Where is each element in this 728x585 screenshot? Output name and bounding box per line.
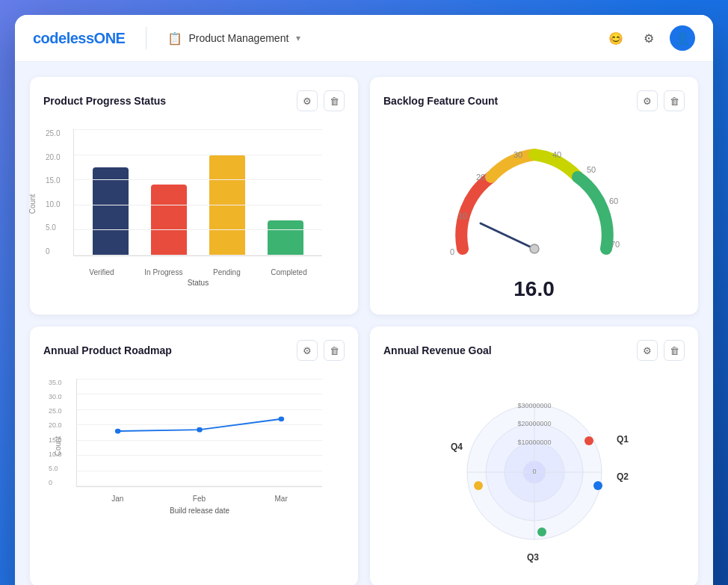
- svg-text:$10000000: $10000000: [517, 439, 551, 446]
- revenue-gear-button[interactable]: ⚙: [637, 340, 658, 361]
- header-actions: 😊 ⚙ 👤: [604, 25, 695, 51]
- gauge-svg: 0 10 20 30 40 50 60 70: [430, 122, 639, 271]
- line-chart-inner: 35.0 30.0 25.0 20.0 15.0 10.0 5.0 0: [76, 379, 322, 487]
- backlog-actions: ⚙ 🗑: [637, 90, 685, 111]
- logo-accent: ONE: [94, 30, 126, 46]
- backlog-header: Backlog Feature Count ⚙ 🗑: [383, 90, 685, 111]
- svg-text:50: 50: [586, 165, 595, 174]
- avatar-icon: 👤: [675, 31, 690, 46]
- svg-text:$20000000: $20000000: [517, 420, 551, 427]
- line-y-labels: 35.0 30.0 25.0 20.0 15.0 10.0 5.0 0: [49, 379, 62, 486]
- bar-inprogress: [151, 185, 187, 256]
- polar-chart: 0 $10000000 $20000000 $30000000 Q1 Q2 Q3…: [383, 371, 685, 573]
- x-axis-label: Status: [188, 279, 209, 287]
- line-x-labels: Jan Feb Mar: [77, 495, 322, 503]
- gauge-value: 16.0: [513, 277, 555, 301]
- x-axis-labels: Verified In Progress Pending Completed: [74, 268, 322, 276]
- header: codelessONE 📋 Product Management ▾ 😊 ⚙ 👤: [15, 15, 713, 62]
- revenue-header: Annual Revenue Goal ⚙ 🗑: [383, 340, 685, 361]
- backlog-trash-button[interactable]: 🗑: [664, 90, 685, 111]
- bar-chart-inner: 25.0 20.0 15.0 10.0 5.0 0 Verifi: [73, 129, 322, 256]
- svg-text:Q2: Q2: [617, 471, 629, 482]
- svg-text:10: 10: [457, 211, 466, 220]
- svg-text:0: 0: [449, 247, 454, 256]
- svg-text:Q3: Q3: [527, 552, 539, 563]
- roadmap-header: Annual Product Roadmap ⚙ 🗑: [43, 340, 345, 361]
- y-axis-labels: 25.0 20.0 15.0 10.0 5.0 0: [46, 129, 60, 256]
- product-progress-trash-button[interactable]: 🗑: [324, 90, 345, 111]
- nav-label: Product Management: [188, 32, 289, 44]
- revenue-actions: ⚙ 🗑: [637, 340, 685, 361]
- logo: codelessONE: [33, 30, 125, 47]
- svg-point-28: [593, 481, 602, 490]
- bar-verified: [93, 167, 129, 256]
- svg-point-9: [530, 244, 539, 253]
- roadmap-card: Annual Product Roadmap ⚙ 🗑 Count: [30, 326, 358, 585]
- gauge-container: 0 10 20 30 40 50 60 70: [383, 122, 685, 301]
- svg-line-8: [481, 223, 534, 249]
- avatar[interactable]: 👤: [670, 25, 695, 51]
- bar-completed: [268, 220, 303, 256]
- product-progress-header: Product Progress Status ⚙ 🗑: [43, 90, 345, 111]
- svg-text:0: 0: [532, 468, 536, 475]
- bar-chart: Count 25.0 20.0 15.0 10.0: [43, 122, 345, 286]
- svg-text:$30000000: $30000000: [517, 402, 551, 409]
- product-progress-actions: ⚙ 🗑: [297, 90, 345, 111]
- bar-pending: [209, 155, 245, 256]
- roadmap-actions: ⚙ 🗑: [297, 340, 345, 361]
- roadmap-gear-button[interactable]: ⚙: [297, 340, 318, 361]
- product-progress-gear-button[interactable]: ⚙: [297, 90, 318, 111]
- roadmap-x-label: Build release date: [170, 507, 229, 515]
- dashboard: Product Progress Status ⚙ 🗑 Count: [15, 62, 713, 585]
- svg-point-12: [279, 416, 285, 421]
- nav-icon: 📋: [167, 31, 182, 46]
- roadmap-trash-button[interactable]: 🗑: [324, 340, 345, 361]
- svg-point-11: [197, 427, 203, 433]
- svg-text:Q1: Q1: [617, 434, 629, 445]
- backlog-title: Backlog Feature Count: [383, 95, 498, 107]
- product-progress-title: Product Progress Status: [43, 95, 166, 107]
- svg-text:70: 70: [610, 240, 619, 249]
- svg-text:Q4: Q4: [451, 442, 463, 452]
- backlog-gear-button[interactable]: ⚙: [637, 90, 658, 111]
- y-axis-label: Count: [28, 194, 37, 214]
- svg-text:60: 60: [608, 196, 617, 205]
- logo-text: codeless: [33, 30, 94, 46]
- revenue-trash-button[interactable]: 🗑: [664, 340, 685, 361]
- svg-point-29: [537, 527, 546, 536]
- polar-svg: 0 $10000000 $20000000 $30000000 Q1 Q2 Q3…: [430, 375, 639, 569]
- line-svg: [77, 379, 322, 486]
- bars: [74, 129, 322, 256]
- revenue-title: Annual Revenue Goal: [383, 344, 492, 356]
- svg-text:20: 20: [475, 173, 484, 182]
- roadmap-title: Annual Product Roadmap: [43, 344, 172, 356]
- svg-point-10: [115, 429, 121, 434]
- svg-text:40: 40: [552, 150, 561, 159]
- header-divider: [146, 27, 146, 49]
- svg-point-30: [474, 481, 483, 490]
- line-chart: Count 35.0: [43, 371, 345, 521]
- revenue-card: Annual Revenue Goal ⚙ 🗑 0: [370, 326, 698, 585]
- settings-button[interactable]: ⚙: [637, 26, 661, 50]
- backlog-card: Backlog Feature Count ⚙ 🗑: [370, 77, 698, 315]
- emoji-button[interactable]: 😊: [604, 26, 628, 50]
- nav-product-management[interactable]: 📋 Product Management ▾: [167, 31, 300, 46]
- svg-text:30: 30: [513, 150, 522, 159]
- chevron-down-icon: ▾: [296, 33, 300, 43]
- svg-point-27: [584, 436, 593, 445]
- product-progress-card: Product Progress Status ⚙ 🗑 Count: [30, 77, 358, 315]
